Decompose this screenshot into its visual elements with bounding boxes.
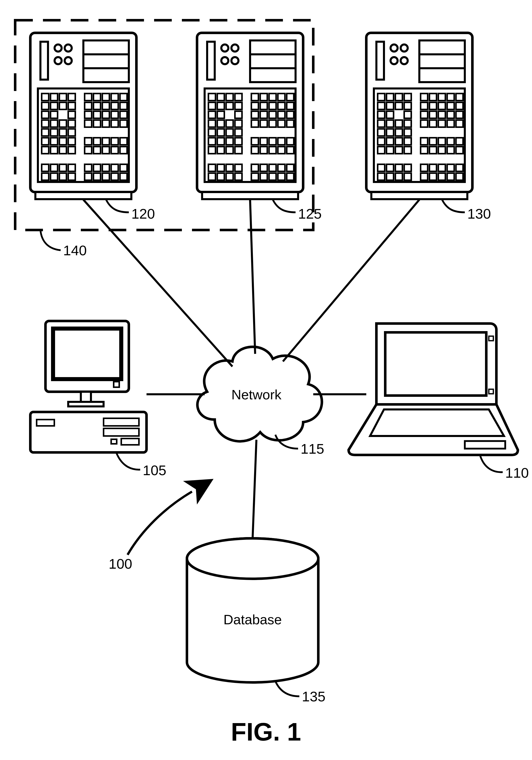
lead-110 bbox=[480, 455, 503, 472]
svg-rect-87 bbox=[202, 192, 298, 199]
svg-line-280 bbox=[253, 440, 256, 538]
ref-115: 115 bbox=[301, 441, 324, 457]
figure-title: FIG. 1 bbox=[231, 718, 301, 746]
server-1-icon bbox=[30, 33, 136, 199]
svg-rect-1 bbox=[35, 192, 131, 199]
database-icon bbox=[187, 538, 318, 683]
svg-rect-261 bbox=[81, 392, 91, 402]
svg-point-274 bbox=[187, 538, 318, 579]
lead-105 bbox=[116, 452, 140, 470]
network-label: Network bbox=[231, 387, 282, 402]
desktop-icon bbox=[30, 321, 147, 452]
ref-125: 125 bbox=[298, 206, 322, 222]
database-label: Database bbox=[223, 612, 282, 627]
ref-110: 110 bbox=[505, 465, 529, 481]
svg-rect-262 bbox=[68, 402, 104, 406]
lead-135 bbox=[275, 681, 299, 696]
ref-100: 100 bbox=[109, 556, 132, 572]
lead-100 bbox=[128, 492, 192, 555]
svg-rect-259 bbox=[53, 329, 121, 379]
ref-130: 130 bbox=[467, 206, 491, 222]
ref-135: 135 bbox=[302, 689, 325, 704]
ref-105: 105 bbox=[143, 462, 166, 478]
ref-120: 120 bbox=[131, 206, 155, 222]
laptop-icon bbox=[349, 323, 518, 455]
server-2-icon bbox=[197, 33, 303, 199]
lead-120 bbox=[106, 200, 129, 212]
lead-125 bbox=[273, 200, 295, 212]
svg-line-276 bbox=[250, 200, 255, 354]
lead-130 bbox=[442, 200, 465, 212]
server-3-icon bbox=[366, 33, 472, 199]
svg-rect-173 bbox=[371, 192, 467, 199]
lead-140 bbox=[40, 230, 61, 250]
ref-140: 140 bbox=[63, 242, 87, 258]
